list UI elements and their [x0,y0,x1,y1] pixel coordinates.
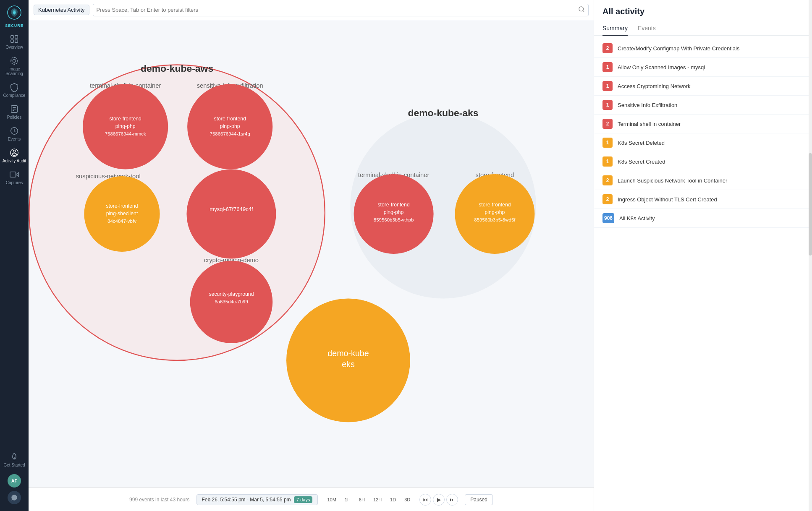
sidebar-item-overview[interactable]: Overview [0,31,29,53]
activity-badge: 1 [602,62,613,72]
sidebar-item-compliance-label: Compliance [3,93,26,98]
sidebar-item-policies[interactable]: Policies [0,101,29,123]
sidebar-item-image-scanning[interactable]: Image Scanning [0,53,29,79]
svg-text:ping-php: ping-php [384,209,404,215]
panel-tabs: Summary Events [602,21,804,35]
svg-point-6 [13,59,16,62]
activity-item[interactable]: 2Launch Suspicious Network Tool in Conta… [594,171,812,190]
activity-item[interactable]: 1K8s Secret Created [594,152,812,171]
activity-item[interactable]: 1Allow Only Scanned Images - mysql [594,58,812,77]
svg-text:mysql-67f7649c4f: mysql-67f7649c4f [210,206,253,212]
sidebar-bottom: Get Started AF [2,449,26,508]
brand-label: SECURE [5,23,24,28]
search-input[interactable] [97,7,576,13]
sidebar-item-captures-label: Captures [6,180,23,185]
sidebar-item-get-started-label: Get Started [3,463,25,467]
sidebar-item-image-scanning-label: Image Scanning [2,67,27,76]
activity-badge: 906 [602,213,614,223]
tab-summary[interactable]: Summary [602,21,628,36]
scrollbar-thumb[interactable] [809,153,812,256]
viz-area: demo-kube-aws terminal-shell-in-containe… [29,20,594,488]
svg-rect-5 [15,40,18,42]
activity-item[interactable]: 2Terminal shell in container [594,115,812,133]
sidebar-item-events-label: Events [8,137,21,141]
svg-text:store-frontend: store-frontend [106,203,138,209]
time-controls: 10M 1H 6H 12H 1D 3D [325,496,413,503]
time-3d[interactable]: 3D [402,496,413,503]
activity-badge: 1 [602,81,613,91]
activity-label: Sensitive Info Exfiltration [618,102,677,108]
brand-logo [5,3,24,22]
svg-text:7586676944-1sr4g: 7586676944-1sr4g [210,131,250,136]
skip-back-button[interactable]: ⏮ [419,494,431,506]
svg-text:ping-sheclient: ping-sheclient [106,211,138,216]
time-1h[interactable]: 1H [342,496,353,503]
search-wrap[interactable] [93,4,589,16]
activity-badge: 1 [602,156,613,167]
activity-item[interactable]: 1Sensitive Info Exfiltration [594,96,812,115]
svg-text:7586676944-mmck: 7586676944-mmck [105,131,146,136]
cluster-eks-label: demo-kube [327,349,369,358]
chat-icon[interactable] [8,491,21,504]
time-range-text: Feb 26, 5:54:55 pm - Mar 5, 5:54:55 pm [202,497,291,503]
scrollbar-track[interactable] [809,0,812,511]
sidebar-item-captures[interactable]: Captures [0,167,29,188]
svg-text:store-frontend: store-frontend [214,116,246,122]
time-6h[interactable]: 6H [356,496,367,503]
topbar-title: Kubernetes Activity [34,5,89,15]
activity-badge: 2 [602,43,613,53]
svg-point-1 [13,11,16,14]
activity-badge: 2 [602,119,613,129]
svg-text:store-frontend: store-frontend [109,116,141,122]
svg-text:6a635d4c-7b99: 6a635d4c-7b99 [215,299,248,304]
svg-text:ping-php: ping-php [115,123,136,129]
activity-item[interactable]: 1Access Cryptomining Network [594,77,812,96]
activity-badge: 2 [602,175,613,185]
svg-text:eks: eks [342,360,355,369]
sidebar-item-activity-audit[interactable]: Activity Audit [0,145,29,167]
skip-forward-button[interactable]: ⏭ [446,494,458,506]
sidebar-item-activity-audit-label: Activity Audit [3,159,26,163]
avatar[interactable]: AF [8,474,21,488]
play-button[interactable]: ▶ [433,494,445,506]
cluster-aws-label: demo-kube-aws [141,63,213,74]
svg-text:859560b3b5-vthpb: 859560b3b5-vthpb [374,217,414,222]
activity-item[interactable]: 1K8s Secret Deleted [594,133,812,152]
activity-item[interactable]: 2Create/Modify Configmap With Private Cr… [594,39,812,58]
panel-body: 2Create/Modify Configmap With Private Cr… [594,36,812,511]
sidebar-item-get-started[interactable]: Get Started [2,449,26,471]
activity-label: Launch Suspicious Network Tool in Contai… [618,177,727,184]
svg-point-7 [11,57,18,65]
sidebar-item-overview-label: Overview [5,45,23,50]
svg-rect-2 [11,36,13,38]
activity-label: Ingress Object Without TLS Cert Created [618,196,717,203]
paused-button[interactable]: Paused [465,494,493,505]
svg-text:ping-php: ping-php [220,123,240,129]
sidebar-item-compliance[interactable]: Compliance [0,79,29,101]
activity-label: Terminal shell in container [618,121,681,127]
main-content: Kubernetes Activity demo-kube-aws termin… [29,0,594,511]
sidebar-item-policies-label: Policies [7,115,21,120]
time-badge: 7 days [294,496,312,503]
bottom-bar: 999 events in last 43 hours Feb 26, 5:54… [29,488,594,511]
cluster-aks-label: demo-kube-aks [408,107,478,118]
activity-badge: 2 [602,194,613,204]
viz-svg: demo-kube-aws terminal-shell-in-containe… [29,20,594,488]
activity-item[interactable]: 2Ingress Object Without TLS Cert Created [594,190,812,209]
tab-events[interactable]: Events [638,21,656,36]
cluster-aws-ring[interactable] [29,65,325,360]
activity-item[interactable]: 906All K8s Activity [594,209,812,228]
activity-badge: 1 [602,138,613,148]
panel-title: All activity [602,7,804,16]
panel-header: All activity Summary Events [594,0,812,36]
sidebar-item-events[interactable]: Events [0,123,29,145]
search-icon[interactable] [578,6,585,14]
svg-rect-3 [15,36,18,38]
time-1d[interactable]: 1D [388,496,398,503]
activity-badge: 1 [602,100,613,110]
svg-text:84c4847-vbfv: 84c4847-vbfv [107,219,136,224]
time-range-button[interactable]: Feb 26, 5:54:55 pm - Mar 5, 5:54:55 pm 7… [196,494,318,505]
node-mysql[interactable] [186,169,276,258]
time-10m[interactable]: 10M [325,496,338,503]
time-12h[interactable]: 12H [371,496,384,503]
